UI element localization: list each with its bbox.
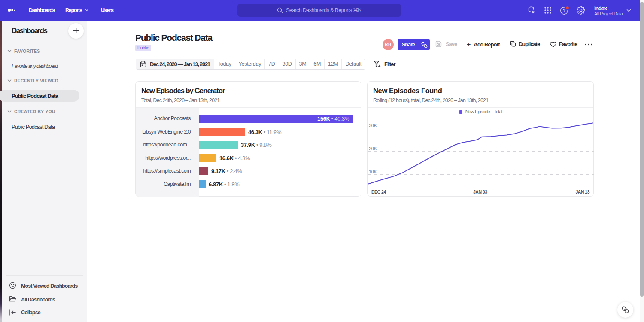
svg-text:?: ?	[563, 8, 566, 13]
